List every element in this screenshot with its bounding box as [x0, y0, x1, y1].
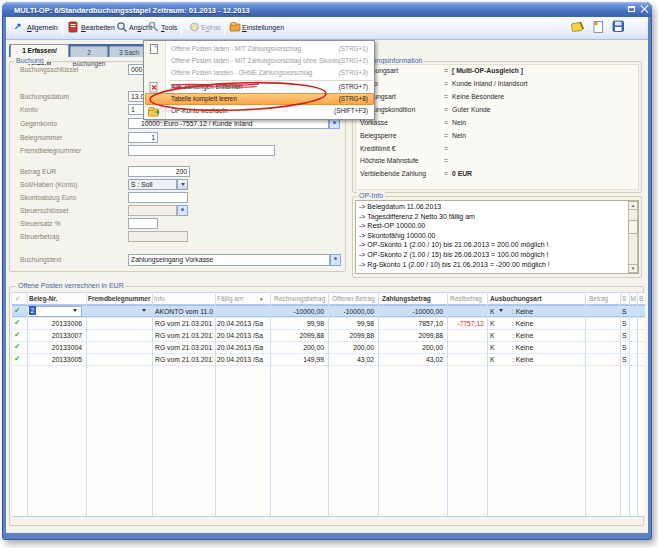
- cell-s: S: [622, 331, 627, 341]
- row-check-icon[interactable]: ✓: [14, 342, 20, 352]
- info-label: Belegsperre: [360, 132, 397, 139]
- equals-sign: =: [444, 170, 448, 177]
- column-header[interactable]: B: [639, 294, 643, 304]
- menu-tools[interactable]: Tools: [161, 22, 177, 34]
- cell-info: RG vom 21.03.2013: [155, 343, 213, 353]
- arrow-down-icon: ▼: [631, 266, 635, 271]
- save-icon[interactable]: [612, 20, 625, 33]
- field-label: Soll/Haben (Konto): [20, 181, 77, 188]
- info-value: Keine Besondere: [452, 93, 504, 100]
- scroll-up-button[interactable]: ▲: [628, 201, 638, 210]
- settings-icon: [229, 21, 241, 33]
- steuersatz-input[interactable]: [128, 218, 158, 229]
- buchungstext-combo[interactable]: Zahlungseingang Vorkasse: [128, 254, 330, 266]
- close-window-button[interactable]: [640, 5, 650, 13]
- field-label: Steuerbetrag: [20, 233, 59, 240]
- cell-restbetrag: -7757,12: [449, 319, 484, 329]
- cell-beleg[interactable]: 20133007: [30, 331, 82, 341]
- cell-faellig: 20.04.2013 /Sa: [217, 355, 263, 365]
- column-header[interactable]: M: [631, 294, 636, 304]
- ausbuchung-dropdown-icon[interactable]: [499, 309, 503, 312]
- tab-erfassen-aendern[interactable]: 1 Erfassen/Ändern: [10, 44, 69, 57]
- menu-item-op-konto-wechseln[interactable]: OP-Konto wechseln(SHIFT+F3): [144, 105, 374, 117]
- menu-allgemein[interactable]: Allgemein: [27, 22, 58, 34]
- cell-rechnungsbetrag: 99,98: [272, 319, 324, 329]
- tab-buchungen[interactable]: 2 Buchungen: [70, 46, 108, 58]
- chevron-down-icon: [181, 183, 185, 186]
- scrollbar-thumb[interactable]: [628, 220, 638, 234]
- equals-sign: =: [444, 157, 448, 164]
- sort-descending-icon[interactable]: ▼: [259, 297, 263, 302]
- cell-offener-betrag: 200,00: [330, 343, 374, 353]
- equals-sign: =: [444, 106, 448, 113]
- title-bar[interactable]: MULTI-OP: 6/Standardbuchungsstapel Zeitr…: [2, 2, 652, 17]
- beleg-editor-value[interactable]: 2: [29, 306, 36, 315]
- cell-faellig: 20.04.2013 /Sa: [217, 343, 263, 353]
- row-check-icon[interactable]: ✓: [14, 330, 20, 340]
- cell-beleg[interactable]: 20133004: [30, 343, 82, 353]
- soll-haben-dropdown-button[interactable]: [177, 179, 188, 190]
- steuerbetrag-input[interactable]: [128, 231, 188, 242]
- column-header[interactable]: Info: [154, 294, 165, 304]
- field-label: Buchungstext: [20, 256, 61, 263]
- steuerschluessel-lookup-button[interactable]: [177, 205, 188, 216]
- info-value: Kunde Inland / Inlandsort: [452, 80, 528, 87]
- scroll-down-button[interactable]: ▼: [628, 264, 638, 273]
- cell-beleg[interactable]: 20133006: [30, 319, 82, 329]
- row-check-icon[interactable]: ✓: [14, 306, 20, 316]
- belegnummer-input[interactable]: 1: [128, 132, 158, 143]
- column-header[interactable]: Beleg-Nr.: [29, 294, 58, 304]
- fremdbelegnummer-input[interactable]: [128, 145, 275, 156]
- close-icon: [640, 5, 650, 14]
- info-label: Vorkasse: [360, 119, 388, 126]
- beleg-dropdown-icon[interactable]: [73, 309, 77, 312]
- column-header[interactable]: Fällig am: [217, 294, 243, 304]
- new-document-icon[interactable]: [592, 20, 605, 34]
- cell-zahlungsbetrag: 2099,88: [380, 331, 443, 341]
- column-header[interactable]: Offener Betrag: [332, 294, 375, 304]
- restore-window-button[interactable]: [626, 5, 636, 13]
- soll-haben-combo[interactable]: S : Soll: [128, 179, 177, 190]
- op-info-scrollbar[interactable]: [628, 201, 638, 273]
- grid-line: [270, 292, 271, 517]
- menu-bearbeiten[interactable]: Bearbeiten: [81, 22, 115, 34]
- cell-rechnungsbetrag: 200,00: [272, 343, 324, 353]
- op-info-line: -> OP-Skonto 2 (1.00 / 15) bis 26.06.201…: [359, 250, 624, 260]
- column-header[interactable]: Fremdbelegnummer: [88, 294, 151, 304]
- column-header[interactable]: Restbetrag: [450, 294, 482, 304]
- row-check-icon[interactable]: ✓: [14, 318, 20, 328]
- menu-item-op-laden-mit[interactable]: Offene Posten laden - MIT Zahlungsvorsch…: [144, 43, 374, 55]
- offene-posten-group-label: Offene Posten verrechnen in EUR: [16, 282, 126, 289]
- column-header[interactable]: Betrag: [589, 294, 608, 304]
- stamp-note-icon[interactable]: [571, 20, 585, 34]
- field-label: Steuerschlüssel: [20, 207, 68, 214]
- menu-item-op-laden-ohne[interactable]: Offene Posten landen - OHNE Zahlungsvors…: [144, 67, 374, 79]
- column-header[interactable]: Rechnungsbetrag: [274, 294, 325, 304]
- betrag-eur-input[interactable]: 200: [128, 166, 190, 177]
- column-header[interactable]: Ausbuchungsart: [490, 294, 542, 304]
- column-header[interactable]: Zahlungsbetrag: [382, 294, 431, 304]
- steuerschluessel-combo[interactable]: [128, 205, 177, 216]
- column-header[interactable]: S: [622, 294, 626, 304]
- field-label: Skontoabzug Euro: [20, 194, 76, 201]
- fremdbeleg-dropdown-icon[interactable]: [142, 309, 146, 312]
- cell-info: AKONTO vom 11.06.201: [155, 307, 213, 317]
- op-info-line: -> Tagesdifferenz 2 Netto 30 fällig am: [359, 212, 624, 222]
- cell-ausbuchung-code: K: [490, 343, 495, 353]
- cell-s: S: [622, 343, 627, 353]
- buchungstext-lookup-button[interactable]: [330, 254, 341, 266]
- menu-extras[interactable]: Extras: [201, 22, 221, 34]
- skontoabzug-input[interactable]: [128, 192, 188, 203]
- menu-item-op-laden-mit-ohne-skonto[interactable]: Offene Posten laden - MIT Zahlungsvorsch…: [144, 55, 374, 67]
- cell-zahlungsbetrag: 43,02: [380, 355, 443, 365]
- cell-ausbuchung-code: K: [490, 319, 495, 329]
- cell-beleg[interactable]: 20133005: [30, 355, 82, 365]
- equals-sign: =: [444, 132, 448, 139]
- op-info-line: -> Belegdatum 11.06.2013: [359, 202, 624, 212]
- cell-ausbuchungsart: : Keine: [512, 355, 533, 365]
- menu-einstellungen[interactable]: Einstellungen: [242, 22, 284, 34]
- row-check-icon[interactable]: ✓: [14, 354, 20, 364]
- tools-wrench-icon: [148, 21, 159, 33]
- menu-item-tabelle-komplett-leeren[interactable]: Tabelle komplett leeren(STRG+8): [144, 93, 374, 105]
- menu-item-alle-zahlungen-entfernen[interactable]: Alle Zahlungen entfernen(STRG+7): [144, 81, 374, 93]
